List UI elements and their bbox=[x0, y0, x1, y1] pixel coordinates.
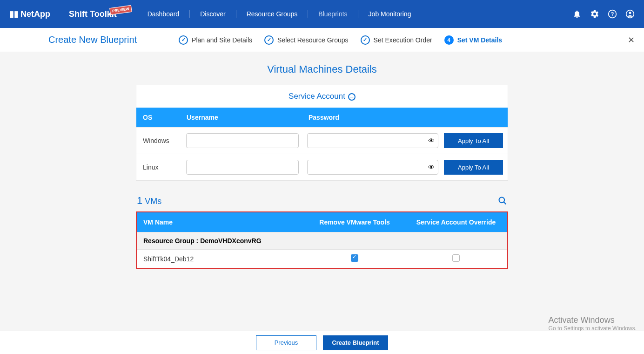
apply-all-windows-button[interactable]: Apply To All bbox=[444, 133, 503, 148]
linux-username-input[interactable] bbox=[186, 160, 299, 175]
linux-password-input[interactable] bbox=[307, 160, 438, 175]
user-icon[interactable] bbox=[625, 9, 635, 19]
eye-icon[interactable]: 👁 bbox=[428, 163, 435, 171]
svg-point-4 bbox=[499, 197, 505, 203]
resource-group-row: Resource Group : DemoVHDXconvRG bbox=[137, 232, 507, 249]
remove-vmware-tools-checkbox[interactable] bbox=[351, 254, 358, 262]
header-username: Username bbox=[187, 114, 309, 121]
primary-nav: Dashboard Discover Resource Groups Bluep… bbox=[137, 10, 422, 18]
step-vm-details[interactable]: 4Set VM Details bbox=[444, 35, 502, 45]
page-title: Create New Blueprint bbox=[48, 34, 137, 45]
os-label: Windows bbox=[141, 137, 186, 144]
os-label: Linux bbox=[141, 163, 186, 171]
nav-job-monitoring[interactable]: Job Monitoring bbox=[358, 10, 422, 18]
windows-password-input[interactable] bbox=[307, 133, 438, 148]
service-account-title[interactable]: Service Account– bbox=[136, 85, 508, 108]
service-account-row-windows: Windows 👁 Apply To All bbox=[136, 127, 508, 154]
header-vm-name: VM Name bbox=[137, 218, 304, 226]
create-blueprint-button[interactable]: Create Blueprint bbox=[323, 335, 388, 350]
windows-username-input[interactable] bbox=[186, 133, 299, 148]
wizard-stepper: Create New Blueprint Plan and Site Detai… bbox=[0, 28, 644, 52]
vms-toolbar: 1 VMs bbox=[137, 195, 507, 207]
bell-icon[interactable] bbox=[572, 9, 582, 19]
nav-resource-groups[interactable]: Resource Groups bbox=[236, 10, 308, 18]
header-service-override: Service Account Override bbox=[405, 218, 507, 226]
vm-row: ShiftTk04_Deb12 bbox=[137, 249, 507, 268]
preview-badge: PREVIEW bbox=[109, 5, 132, 14]
vm-name-cell: ShiftTk04_Deb12 bbox=[137, 255, 304, 263]
service-account-row-linux: Linux 👁 Apply To All bbox=[136, 154, 508, 180]
nav-dashboard[interactable]: Dashboard bbox=[137, 10, 190, 18]
eye-icon[interactable]: 👁 bbox=[428, 137, 435, 144]
wizard-footer: Previous Create Blueprint bbox=[0, 331, 644, 354]
previous-button[interactable]: Previous bbox=[256, 335, 316, 350]
step-execution-order[interactable]: Set Execution Order bbox=[361, 35, 432, 45]
vm-table: VM Name Remove VMware Tools Service Acco… bbox=[136, 211, 508, 269]
step-resource-groups[interactable]: Select Resource Groups bbox=[264, 35, 349, 45]
close-icon[interactable]: ✕ bbox=[628, 35, 635, 45]
section-title: Virtual Machines Details bbox=[267, 63, 377, 75]
service-account-panel: Service Account– OS Username Password Wi… bbox=[136, 85, 508, 181]
vms-count: 1 VMs bbox=[137, 195, 161, 207]
topbar-actions: ? bbox=[572, 9, 635, 19]
service-account-override-checkbox[interactable] bbox=[452, 254, 460, 262]
header-password: Password bbox=[309, 114, 508, 121]
svg-point-3 bbox=[629, 12, 631, 14]
apply-all-linux-button[interactable]: Apply To All bbox=[444, 160, 503, 175]
product-name: Shift Toolkit PREVIEW bbox=[69, 9, 117, 19]
top-navigation-bar: ▮▮ NetApp Shift Toolkit PREVIEW Dashboar… bbox=[0, 0, 644, 28]
windows-activation-watermark: Activate Windows Go to Settings to activ… bbox=[549, 315, 637, 332]
help-icon[interactable]: ? bbox=[608, 9, 617, 19]
collapse-icon[interactable]: – bbox=[348, 93, 356, 101]
service-account-header: OS Username Password bbox=[136, 108, 508, 127]
svg-line-5 bbox=[504, 202, 506, 204]
step-plan-site[interactable]: Plan and Site Details bbox=[179, 35, 252, 45]
nav-discover[interactable]: Discover bbox=[189, 10, 235, 18]
search-icon[interactable] bbox=[498, 196, 507, 205]
header-os: OS bbox=[136, 114, 187, 121]
header-remove-tools: Remove VMware Tools bbox=[304, 218, 405, 226]
svg-text:?: ? bbox=[611, 11, 614, 17]
vm-table-header: VM Name Remove VMware Tools Service Acco… bbox=[137, 212, 507, 232]
brand-name: NetApp bbox=[20, 9, 50, 19]
brand-logo: ▮▮ NetApp bbox=[9, 9, 50, 19]
nav-blueprints[interactable]: Blueprints bbox=[308, 10, 357, 18]
netapp-logo-icon: ▮▮ bbox=[9, 9, 19, 19]
gear-icon[interactable] bbox=[590, 9, 599, 19]
